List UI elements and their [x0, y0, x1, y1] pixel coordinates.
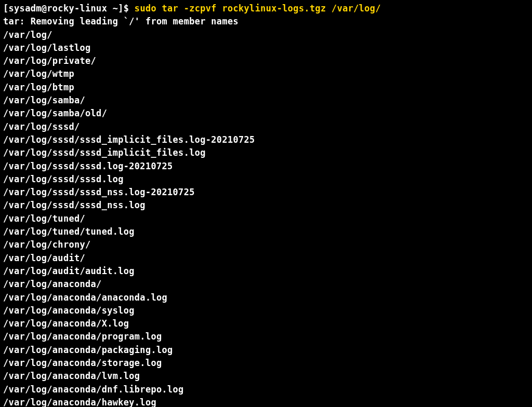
command-text: sudo tar -zcpvf rockylinux-logs.tgz /var…: [135, 3, 381, 13]
output-line: /var/log/sssd/sssd_nss.log: [3, 200, 145, 210]
output-line: /var/log/anaconda/storage.log: [3, 358, 162, 368]
output-line: /var/log/chrony/: [3, 239, 91, 250]
output-line: /var/log/wtmp: [3, 69, 74, 79]
output-line: /var/log/audit/: [3, 253, 85, 263]
tar-warning: tar: Removing leading `/' from member na…: [3, 16, 238, 26]
output-line: /var/log/anaconda/dnf.librepo.log: [3, 384, 184, 395]
output-line: /var/log/anaconda/X.log: [3, 318, 129, 329]
output-line: /var/log/samba/: [3, 95, 85, 105]
output-line: /var/log/anaconda/syslog: [3, 305, 135, 316]
output-line: /var/log/: [3, 30, 52, 40]
output-line: /var/log/sssd/sssd_implicit_files.log: [3, 147, 206, 158]
output-line: /var/log/audit/audit.log: [3, 266, 135, 276]
terminal-output[interactable]: [sysadm@rocky-linux ~]$ sudo tar -zcpvf …: [0, 0, 532, 407]
output-line: /var/log/anaconda/packaging.log: [3, 345, 173, 355]
output-line: /var/log/sssd/sssd_implicit_files.log-20…: [3, 134, 255, 145]
output-line: /var/log/anaconda/hawkey.log: [3, 397, 156, 407]
output-line: /var/log/sssd/: [3, 121, 80, 132]
output-line: /var/log/samba/old/: [3, 108, 107, 118]
output-line: /var/log/tuned/: [3, 213, 85, 224]
output-line: /var/log/sssd/sssd.log-20210725: [3, 161, 173, 171]
output-line: /var/log/sssd/sssd.log: [3, 174, 124, 184]
prompt-dollar: $: [124, 3, 135, 13]
output-line: /var/log/anaconda/anaconda.log: [3, 292, 167, 303]
output-line: /var/log/lastlog: [3, 43, 91, 53]
output-line: /var/log/anaconda/program.log: [3, 331, 162, 342]
output-line: /var/log/sssd/sssd_nss.log-20210725: [3, 187, 195, 197]
output-line: /var/log/anaconda/lvm.log: [3, 371, 140, 381]
output-line: /var/log/tuned/tuned.log: [3, 226, 135, 237]
output-line: /var/log/btmp: [3, 82, 74, 92]
output-line: /var/log/anaconda/: [3, 279, 102, 289]
output-line: /var/log/private/: [3, 56, 96, 66]
prompt-user-host: [sysadm@rocky-linux ~]: [3, 3, 124, 13]
